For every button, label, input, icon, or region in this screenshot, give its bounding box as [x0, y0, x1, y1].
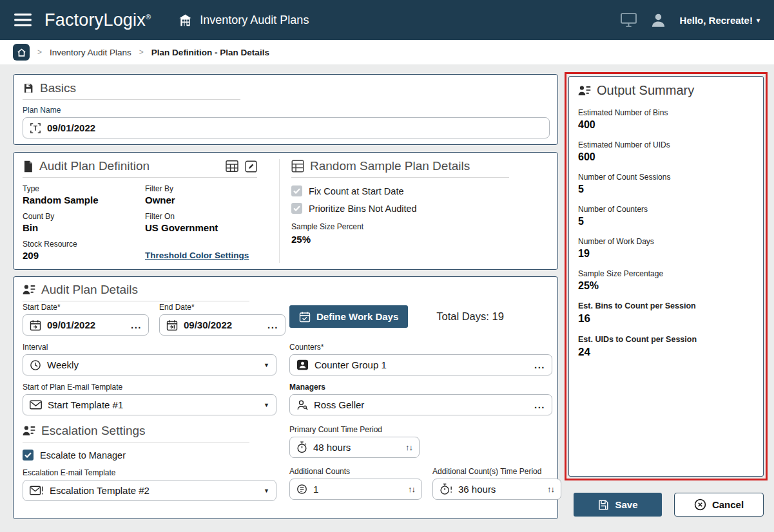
chevron-down-icon: ▼	[264, 488, 269, 494]
start-date-field[interactable]: 09/01/2022 ...	[23, 314, 149, 336]
end-date-picker-button[interactable]: ...	[267, 319, 278, 330]
breadcrumb-item-plans[interactable]: Inventory Audit Plans	[50, 48, 131, 57]
escalate-to-manager-label: Escalate to Manager	[40, 450, 126, 461]
summary-label: Number of Counters	[578, 205, 754, 214]
monitor-icon[interactable]	[621, 13, 637, 27]
basics-card: Basics Plan Name 09/01/2022	[13, 74, 558, 145]
managers-group: Managers Ross Geller ...	[289, 383, 552, 415]
escalation-template-group: Escalation E-mail Template Escalation Te…	[23, 468, 276, 501]
start-template-select[interactable]: Start Template #1 ▼	[23, 394, 276, 415]
definition-field-filter-on: Filter On US Government	[145, 212, 279, 234]
output-summary-card: Output Summary Estimated Number of Bins …	[568, 76, 764, 477]
escalate-to-manager-checkbox[interactable]	[23, 450, 34, 461]
stepper-arrows-icon[interactable]: ↑↓	[408, 484, 415, 494]
field-label: Filter On	[145, 212, 279, 221]
calendar-start-icon	[30, 319, 41, 331]
summary-item-bins: Estimated Number of Bins 400	[578, 108, 754, 131]
end-date-field[interactable]: 09/30/2022 ...	[159, 314, 285, 336]
output-summary-title: Output Summary	[597, 83, 694, 98]
summary-value: 19	[578, 248, 590, 259]
table-view-icon[interactable]	[226, 160, 238, 173]
end-date-group: End Date* 09/30/2022 ...	[159, 303, 285, 336]
chevron-down-icon: ▼	[264, 362, 269, 368]
breadcrumb: > Inventory Audit Plans > Plan Definitio…	[0, 40, 774, 64]
primary-count-group: Primary Count Time Period 48 hours ↑↓	[289, 425, 420, 458]
summary-item-sample-size: Sample Size Percentage 25%	[578, 269, 754, 292]
plan-name-label: Plan Name	[23, 106, 548, 115]
output-summary-items: Estimated Number of Bins 400 Estimated N…	[578, 108, 754, 359]
audit-plan-definition-card: Audit Plan Definition Type Random Sample…	[13, 152, 558, 270]
plan-name-field[interactable]: 09/01/2022	[23, 117, 550, 138]
prioritize-bins-label: Prioritize Bins Not Audited	[309, 204, 417, 214]
fix-count-checkbox	[291, 185, 302, 196]
summary-item-sessions: Number of Count Sessions 5	[578, 173, 754, 195]
clock-icon	[30, 359, 41, 371]
interval-select[interactable]: Weekly ▼	[23, 354, 276, 375]
envelope-alert-icon	[30, 486, 44, 495]
start-date-picker-button[interactable]: ...	[131, 319, 142, 330]
counter-icon	[296, 484, 307, 495]
summary-item-uids: Estimated Number of UIDs 600	[578, 140, 754, 163]
stopwatch-alert-icon	[440, 483, 452, 495]
home-icon[interactable]	[13, 44, 30, 61]
define-work-days-button[interactable]: Define Work Days	[289, 305, 408, 328]
definition-field-stock-resource: Stock Resource 209	[23, 240, 140, 261]
app-logo-text: FactoryLogix	[44, 10, 146, 30]
field-label: Stock Resource	[23, 240, 140, 249]
primary-count-field[interactable]: 48 hours ↑↓	[289, 437, 420, 458]
sample-size-label: Sample Size Percent	[291, 222, 548, 231]
managers-field[interactable]: Ross Geller ...	[289, 394, 552, 415]
greeting-text: Hello, Recreate!	[680, 15, 753, 26]
user-menu[interactable]: Hello, Recreate! ▾	[680, 15, 760, 26]
threshold-color-settings-link[interactable]: Threshold Color Settings	[145, 251, 249, 260]
edit-icon[interactable]	[245, 160, 257, 173]
app-logo: FactoryLogix®	[44, 10, 151, 30]
summary-item-counters: Number of Counters 5	[578, 205, 754, 227]
escalation-header: Escalation Settings	[23, 424, 249, 442]
person-key-icon	[296, 399, 308, 411]
factory-building-icon	[178, 13, 193, 28]
details-title: Audit Plan Details	[41, 283, 138, 297]
escalation-template-select[interactable]: Escalation Template #2 ▼	[23, 480, 276, 501]
cancel-button[interactable]: Cancel	[674, 493, 764, 517]
additional-time-field[interactable]: 36 hours ↑↓	[432, 479, 561, 500]
user-avatar-icon[interactable]	[650, 12, 667, 29]
managers-picker-button[interactable]: ...	[534, 399, 545, 410]
plan-name-value: 09/01/2022	[47, 122, 95, 133]
stepper-arrows-icon[interactable]: ↑↓	[547, 484, 554, 494]
audit-plan-details-card: Audit Plan Details Start Date* 09/01/202…	[13, 276, 558, 519]
basics-title: Basics	[40, 81, 76, 95]
definition-field-filter-by: Filter By Owner	[145, 184, 279, 206]
stepper-arrows-icon[interactable]: ↑↓	[405, 442, 412, 452]
definition-header: Audit Plan Definition	[23, 159, 257, 178]
summary-value: 5	[578, 184, 584, 195]
sample-size-value: 25%	[291, 234, 311, 245]
counters-picker-button[interactable]: ...	[534, 359, 545, 370]
interval-value: Weekly	[47, 359, 79, 370]
additional-counts-value: 1	[313, 484, 318, 495]
start-template-label: Start of Plan E-mail Template	[23, 383, 276, 392]
field-label: Filter By	[145, 184, 279, 193]
interval-group: Interval Weekly ▼	[23, 343, 276, 375]
field-label: Count By	[23, 212, 140, 221]
end-date-label: End Date*	[159, 303, 285, 312]
breadcrumb-separator: >	[139, 48, 144, 57]
person-list-icon	[578, 85, 591, 97]
escalation-template-label: Escalation E-mail Template	[23, 468, 276, 477]
additional-counts-label: Additional Counts	[289, 467, 422, 476]
definition-field-type: Type Random Sample	[23, 184, 140, 206]
definition-field-count-by: Count By Bin	[23, 212, 140, 234]
summary-value: 400	[578, 119, 595, 130]
primary-count-value: 48 hours	[313, 442, 351, 453]
menu-icon[interactable]	[14, 14, 32, 26]
counters-value: Counter Group 1	[314, 359, 387, 370]
save-button[interactable]: Save	[574, 493, 662, 517]
additional-time-group: Additional Count(s) Time Period 36 hours…	[432, 467, 561, 500]
start-template-value: Start Template #1	[48, 399, 123, 410]
counters-field[interactable]: Counter Group 1 ...	[289, 354, 552, 375]
date-row: Start Date* 09/01/2022 ... End Date* 09/…	[23, 303, 285, 336]
additional-time-value: 36 hours	[458, 484, 496, 495]
additional-counts-field[interactable]: 1 ↑↓	[289, 479, 422, 500]
calendar-end-icon	[166, 319, 178, 331]
text-input-icon	[30, 122, 41, 134]
